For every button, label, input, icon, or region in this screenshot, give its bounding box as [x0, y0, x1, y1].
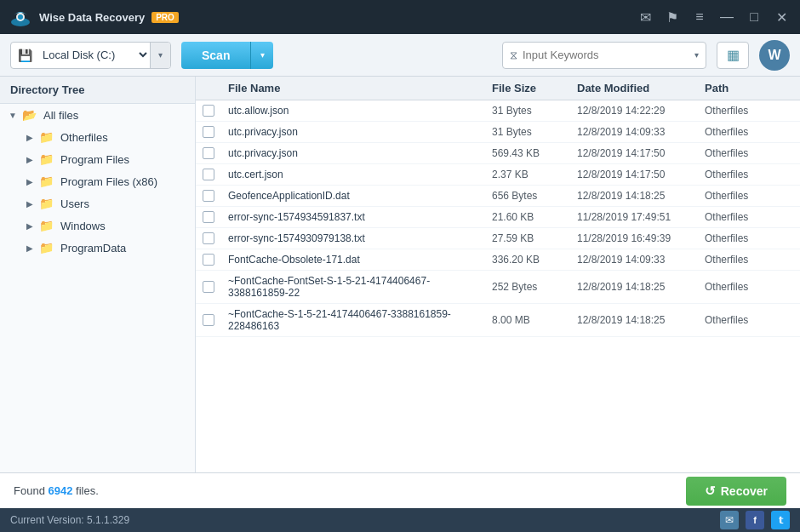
file-list-header: File Name File Size Date Modified Path	[196, 77, 800, 100]
avatar[interactable]: W	[759, 40, 790, 71]
found-text: Found 6942 files.	[14, 484, 99, 497]
pro-badge: PRO	[151, 12, 179, 23]
file-date-1: 12/8/2019 14:09:33	[570, 126, 698, 138]
recover-button[interactable]: ↺ Recover	[686, 477, 786, 506]
file-size-6: 27.59 KB	[485, 232, 570, 244]
scan-button[interactable]: Scan	[181, 42, 251, 69]
tree-label-program-files-x86: Program Files (x86)	[60, 175, 157, 188]
scan-button-group[interactable]: Scan ▾	[181, 42, 273, 69]
file-date-9: 12/8/2019 14:18:25	[570, 314, 698, 326]
table-row: FontCache-Obsolete-171.dat 336.20 KB 12/…	[196, 249, 800, 271]
file-checkbox-1[interactable]	[203, 126, 214, 138]
close-button[interactable]: ✕	[771, 7, 791, 27]
tree-item-program-files-x86[interactable]: ▶ 📁 Program Files (x86)	[0, 170, 195, 192]
tree-item-users[interactable]: ▶ 📁 Users	[0, 192, 195, 215]
row-check-3[interactable]	[196, 169, 221, 180]
keyword-input[interactable]	[523, 49, 689, 61]
minimize-button[interactable]: —	[717, 7, 737, 27]
filter-dropdown-arrow[interactable]: ▾	[694, 50, 699, 60]
file-size-9: 8.00 MB	[485, 314, 570, 326]
file-checkbox-4[interactable]	[203, 190, 214, 202]
email-icon[interactable]: ✉	[720, 511, 739, 529]
tree-item-programdata[interactable]: ▶ 📁 ProgramData	[0, 237, 195, 259]
file-size-5: 21.60 KB	[485, 211, 570, 223]
file-date-4: 12/8/2019 14:18:25	[570, 190, 698, 202]
app-icon	[9, 5, 32, 29]
file-name-5: error-sync-1574934591837.txt	[221, 211, 485, 223]
col-header-check	[196, 82, 221, 94]
drive-icon: 💾	[11, 49, 39, 62]
col-header-path[interactable]: Path	[698, 82, 783, 94]
file-checkbox-2[interactable]	[203, 147, 214, 159]
row-check-8[interactable]	[196, 281, 221, 293]
file-name-2: utc.privacy.json	[221, 147, 485, 159]
table-row: utc.allow.json 31 Bytes 12/8/2019 14:22:…	[196, 100, 800, 122]
keyword-filter[interactable]: ⧖ ▾	[502, 42, 706, 69]
file-size-0: 31 Bytes	[485, 105, 570, 117]
message-icon[interactable]: ✉	[635, 7, 655, 27]
tree-item-all-files[interactable]: ▼ 📂 All files	[0, 104, 195, 126]
file-date-5: 11/28/2019 17:49:51	[570, 211, 698, 223]
row-check-1[interactable]	[196, 126, 221, 138]
file-name-8: ~FontCache-FontSet-S-1-5-21-4174406467-3…	[221, 275, 485, 299]
main-content: Directory Tree ▼ 📂 All files ▶ 📁 Otherfi…	[0, 77, 800, 472]
file-path-2: Otherfiles	[698, 147, 783, 159]
tree-label-users: Users	[60, 197, 89, 210]
social-icons: ✉ f 𝕥	[720, 511, 790, 529]
file-size-3: 2.37 KB	[485, 169, 570, 180]
file-path-9: Otherfiles	[698, 314, 783, 326]
table-row: GeofenceApplicationID.dat 656 Bytes 12/8…	[196, 186, 800, 207]
col-header-date[interactable]: Date Modified	[570, 82, 698, 94]
col-header-name[interactable]: File Name	[221, 82, 485, 94]
table-row: utc.privacy.json 569.43 KB 12/8/2019 14:…	[196, 143, 800, 164]
row-check-6[interactable]	[196, 232, 221, 244]
scan-dropdown-button[interactable]: ▾	[251, 42, 273, 69]
row-check-9[interactable]	[196, 314, 221, 326]
file-date-7: 12/8/2019 14:09:33	[570, 254, 698, 266]
menu-icon[interactable]: ≡	[689, 7, 710, 27]
tree-item-windows[interactable]: ▶ 📁 Windows	[0, 215, 195, 237]
file-checkbox-9[interactable]	[203, 314, 214, 326]
facebook-icon[interactable]: f	[746, 511, 764, 529]
twitter-icon[interactable]: 𝕥	[771, 511, 790, 529]
file-checkbox-6[interactable]	[203, 232, 214, 244]
row-check-5[interactable]	[196, 211, 221, 223]
row-check-2[interactable]	[196, 147, 221, 159]
file-name-1: utc.privacy.json	[221, 126, 485, 138]
row-check-4[interactable]	[196, 190, 221, 202]
title-bar: Wise Data Recovery PRO ✉ ⚑ ≡ — □ ✕	[0, 0, 800, 34]
file-checkbox-3[interactable]	[203, 169, 214, 180]
folder-icon-programdata: 📁	[39, 241, 54, 255]
file-checkbox-0[interactable]	[203, 105, 214, 117]
directory-tree-header: Directory Tree	[0, 77, 195, 104]
row-check-0[interactable]	[196, 105, 221, 117]
tree-item-program-files[interactable]: ▶ 📁 Program Files	[0, 148, 195, 170]
app-name-text: Wise Data Recovery	[39, 11, 145, 24]
file-checkbox-8[interactable]	[203, 281, 214, 293]
folder-open-icon: 📂	[22, 108, 37, 122]
tree-arrow-users: ▶	[24, 199, 36, 209]
maximize-button[interactable]: □	[744, 7, 764, 27]
file-date-2: 12/8/2019 14:17:50	[570, 147, 698, 159]
file-name-3: utc.cert.json	[221, 169, 485, 180]
col-header-size[interactable]: File Size	[485, 82, 570, 94]
flag-icon[interactable]: ⚑	[662, 7, 683, 27]
row-check-7[interactable]	[196, 254, 221, 266]
drive-dropdown[interactable]: Local Disk (C:)	[39, 48, 150, 62]
tree-arrow-windows: ▶	[24, 221, 36, 231]
view-toggle-button[interactable]: ▦	[717, 42, 749, 69]
folder-icon-program-files-x86: 📁	[39, 174, 54, 188]
footer: Found 6942 files. ↺ Recover	[0, 472, 800, 508]
file-size-8: 252 Bytes	[485, 281, 570, 293]
file-list: utc.allow.json 31 Bytes 12/8/2019 14:22:…	[196, 100, 800, 472]
file-checkbox-7[interactable]	[203, 254, 214, 266]
tree-item-otherfiles[interactable]: ▶ 📁 Otherfiles	[0, 126, 195, 148]
tree-label-all-files: All files	[43, 109, 78, 122]
file-date-6: 11/28/2019 16:49:39	[570, 232, 698, 244]
drive-dropdown-arrow[interactable]: ▾	[150, 43, 170, 68]
file-checkbox-5[interactable]	[203, 211, 214, 223]
found-suffix: files.	[72, 484, 98, 497]
drive-selector[interactable]: 💾 Local Disk (C:) ▾	[10, 42, 171, 69]
window-controls[interactable]: ✉ ⚑ ≡ — □ ✕	[635, 7, 791, 27]
recover-icon: ↺	[705, 483, 716, 499]
